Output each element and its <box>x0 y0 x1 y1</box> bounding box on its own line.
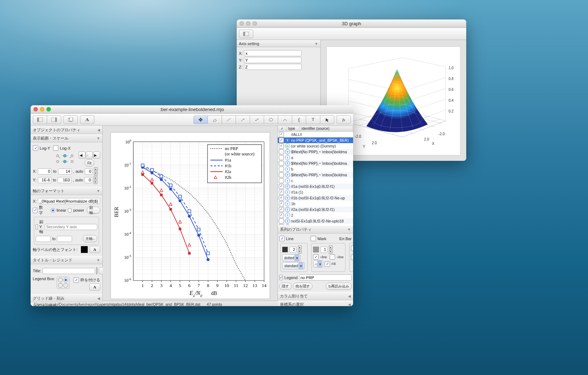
input-y-from[interactable] <box>38 177 52 183</box>
section-axis-setting[interactable]: Axis setting▼ <box>237 40 320 47</box>
color-well-axis[interactable] <box>81 246 88 253</box>
list-item[interactable]: Ta <box>278 155 353 160</box>
section-range-scale[interactable]: 表示範囲・スケール▼ <box>31 134 102 142</box>
section-title-legend[interactable]: タイトル・レジェンド▼ <box>31 256 102 264</box>
list-item[interactable]: TnoISI-Ex1q0.9Lf2-f2-Ne-upto18 <box>278 218 353 224</box>
zoom-sliders-icon[interactable] <box>55 153 76 165</box>
hide-others-button[interactable]: 他を隠す <box>293 283 312 290</box>
mark-shape-select[interactable]: ○ <box>313 260 323 268</box>
input-y-to[interactable] <box>58 177 71 183</box>
copy-button[interactable] <box>63 115 78 124</box>
toggle-right-panel-button[interactable] <box>47 115 61 124</box>
section-axis-format[interactable]: 軸のフォーマット▼ <box>31 187 102 195</box>
subaxis-button[interactable]: 副軸.. <box>87 207 100 214</box>
move-tool[interactable]: ✥ <box>193 115 208 124</box>
check-legend[interactable] <box>279 275 283 280</box>
section-series-props[interactable]: 系列のプロパティ▼ <box>278 225 353 234</box>
font-legend-button[interactable]: A <box>89 283 100 291</box>
check-line[interactable] <box>279 236 285 241</box>
mark-color[interactable] <box>313 247 319 252</box>
check-log-x[interactable] <box>53 145 58 151</box>
legend-position-grid[interactable] <box>57 277 70 289</box>
list-item[interactable]: T$¥text{No PRP},~ \mbox{\boldma <box>278 172 353 178</box>
section-coord-select[interactable]: 座標系の選択◀ <box>278 300 353 306</box>
list-item[interactable]: Tb <box>278 166 353 172</box>
list-item[interactable]: T2 <box>278 212 353 218</box>
line-std-select[interactable]: standard <box>282 262 304 269</box>
input-axis-y[interactable] <box>244 57 302 63</box>
check-suby[interactable] <box>36 224 38 230</box>
check-eqline1[interactable] <box>313 254 318 260</box>
check-digit[interactable] <box>33 208 37 213</box>
list-item[interactable]: T$¥text{No PRP},~ \mbox{\boldma <box>278 160 353 166</box>
line-color[interactable] <box>282 247 288 252</box>
input-secondary-y[interactable] <box>45 224 97 230</box>
list-item[interactable]: #ALL# <box>278 132 353 137</box>
list-item[interactable]: D(or white source) (Dummy) <box>278 143 353 149</box>
radio-power[interactable] <box>68 208 72 213</box>
input-axis-z[interactable] <box>244 64 302 70</box>
input-y-step[interactable] <box>84 177 92 183</box>
check-mark[interactable] <box>311 236 316 241</box>
section-grid[interactable]: グリッド線・刻み◀ <box>31 294 102 303</box>
reload-button[interactable]: ↻ 再読み込み <box>326 283 352 290</box>
input-axis-x[interactable] <box>244 50 302 56</box>
check-log-y[interactable] <box>33 145 38 151</box>
section-column-assign[interactable]: カラム割り当て◀ <box>278 292 353 300</box>
stepper-x[interactable]: ▴▾ <box>94 167 98 175</box>
line-width[interactable] <box>289 247 297 253</box>
list-item[interactable]: Tc <box>278 178 353 184</box>
toggle-sidebar-button[interactable] <box>239 30 253 38</box>
pointer-tool[interactable] <box>320 115 334 124</box>
eraser-tool[interactable] <box>208 115 222 124</box>
pan-left-button[interactable]: ◀ <box>79 151 86 159</box>
line-tool[interactable] <box>222 115 236 124</box>
mainaxis-button[interactable]: 主軸.. <box>83 235 97 242</box>
list-header[interactable]: ✓ type identifier (source) <box>278 126 353 132</box>
list-item[interactable]: T#1a (noISI-Ex1q0.8Lf2-f1) <box>278 184 353 189</box>
pan-center-button[interactable]: ◦ <box>86 151 93 159</box>
series-list[interactable]: #ALL#Tno PRP (QPSK_and_BPSK_BER)D(or whi… <box>278 132 353 225</box>
chart[interactable]: 100 10-1 10-2 10-3 10-4 10-5 10-6 BER 12… <box>111 132 270 299</box>
pan-right-button[interactable]: ▶ <box>93 151 100 159</box>
double-arrow-tool[interactable] <box>250 115 264 124</box>
brace-tool[interactable]: { <box>292 115 306 124</box>
list-item[interactable]: T1b <box>278 201 353 207</box>
input-sy-from[interactable] <box>36 236 51 242</box>
fit-button[interactable]: Fit <box>85 159 94 167</box>
titlebar-main[interactable]: :ber-example-lineboldened.mjo <box>31 105 353 114</box>
list-item[interactable]: Tno PRP (QPSK_and_BPSK_BER) <box>278 137 353 143</box>
list-item[interactable]: T#1b (noISI-Ex1q0.8Lf2-f2-Ne-up <box>278 195 353 201</box>
input-x-step[interactable] <box>85 168 93 175</box>
radio-linear[interactable] <box>51 208 55 213</box>
hide-button[interactable]: 隠す <box>279 283 291 290</box>
line-width-stepper[interactable]: ▴▾ <box>298 246 302 253</box>
font-axis-button[interactable]: A <box>89 246 100 253</box>
list-item[interactable]: T#2a (noISI-Ex1q0.9Lf2-f1) <box>278 207 353 212</box>
input-x-axis-format[interactable] <box>38 198 100 204</box>
titlebar-3d[interactable]: 3D graph <box>237 19 466 28</box>
input-x-to[interactable] <box>58 168 72 175</box>
canvas-main[interactable]: 100 10-1 10-2 10-3 10-4 10-5 10-6 BER 12… <box>103 126 277 301</box>
check-frame[interactable] <box>74 277 79 283</box>
fx-button[interactable]: fx <box>337 115 351 124</box>
legend-text[interactable] <box>299 274 352 281</box>
ellipse-tool[interactable] <box>264 115 278 124</box>
stepper-y[interactable]: ▴▾ <box>94 176 97 184</box>
font-button[interactable]: A <box>80 115 94 124</box>
color-well-title[interactable] <box>97 267 97 274</box>
input-x-from[interactable] <box>38 168 52 175</box>
list-item[interactable]: T#1a (1) <box>278 189 353 195</box>
text-tool[interactable]: T <box>306 115 320 124</box>
input-title[interactable] <box>43 268 95 274</box>
check-fill[interactable] <box>325 261 330 267</box>
arc-tool[interactable] <box>278 115 292 124</box>
section-object-props[interactable]: オブジェクトのプロパティ◀ <box>31 126 102 134</box>
list-item[interactable]: T$¥text{No PRP},~ \mbox{\boldma <box>278 149 353 155</box>
input-sy-to[interactable] <box>57 236 72 242</box>
mark-width[interactable] <box>320 247 328 253</box>
check-err-x[interactable] <box>351 246 353 251</box>
check-err-y[interactable] <box>351 255 353 260</box>
toggle-left-panel-button[interactable] <box>33 115 47 124</box>
arrow-tool[interactable] <box>236 115 250 124</box>
